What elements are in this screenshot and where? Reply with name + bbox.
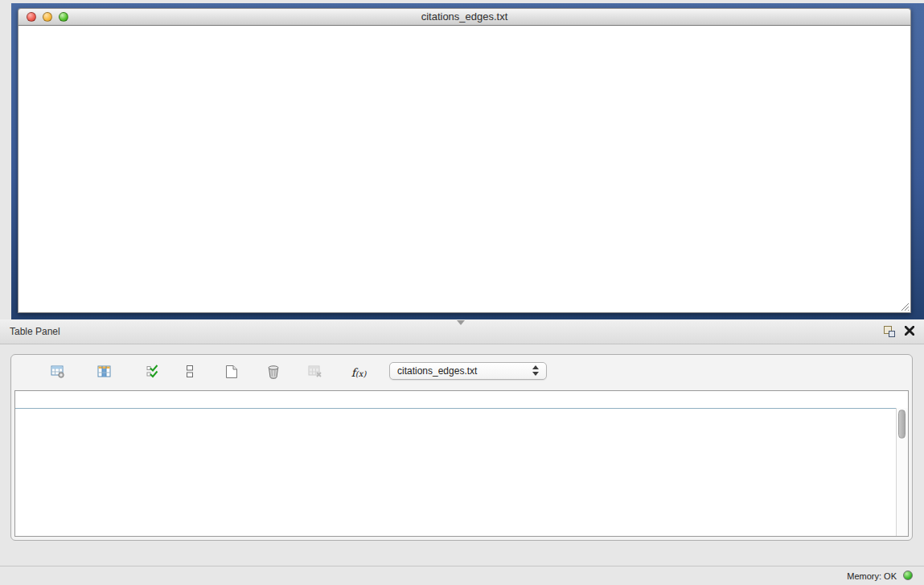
table-panel: Table Panel f(x) citations_edges.txt [0, 319, 924, 566]
table-options-icon [51, 365, 65, 378]
selection-checks-icon [146, 365, 160, 378]
stacked-rows-icon [186, 365, 195, 378]
network-window-titlebar[interactable]: citations_edges.txt [18, 8, 911, 26]
scrollbar-thumb[interactable] [898, 410, 906, 439]
cytoscape-screen: citations_edges.txt Table Panel f(x) cit… [0, 0, 924, 585]
trash-button[interactable] [264, 364, 283, 381]
zoom-window-button[interactable] [59, 12, 68, 22]
stacked-rows-button[interactable] [180, 364, 199, 381]
table-scrollbar[interactable] [896, 408, 908, 536]
minimize-window-button[interactable] [43, 12, 52, 22]
table-options-button[interactable] [48, 364, 68, 381]
network-canvas[interactable] [18, 26, 911, 313]
new-document-icon [225, 365, 238, 379]
fx-icon: f(x) [351, 366, 367, 379]
window-traffic-lights [27, 12, 68, 22]
trash-icon [267, 365, 280, 379]
selection-checks-button[interactable] [143, 364, 162, 381]
delete-table-disabled-button[interactable] [306, 364, 325, 381]
network-table-selector[interactable]: citations_edges.txt [389, 362, 547, 380]
new-document-button[interactable] [222, 364, 241, 381]
selected-network-table-label: citations_edges.txt [397, 365, 477, 377]
table-panel-body: f(x) citations_edges.txt [10, 354, 913, 541]
status-bar: Memory: OK [0, 566, 924, 585]
node-table [14, 390, 909, 537]
citation-network-graph[interactable] [18, 26, 911, 312]
network-view-area: citations_edges.txt [0, 0, 924, 319]
network-window-title: citations_edges.txt [18, 9, 910, 25]
table-header-row [15, 391, 908, 409]
panel-divider-grip[interactable] [457, 320, 465, 325]
select-columns-icon [97, 365, 112, 378]
function-fx-button[interactable]: f(x) [349, 364, 368, 381]
delete-table-icon [308, 365, 323, 378]
resize-grip-icon[interactable] [900, 302, 910, 311]
select-columns-button[interactable] [95, 364, 114, 381]
table-panel-title: Table Panel [10, 326, 60, 337]
memory-status-label: Memory: OK [847, 571, 897, 581]
close-window-button[interactable] [27, 12, 36, 22]
close-panel-icon[interactable] [905, 326, 914, 336]
combo-arrows-icon [532, 365, 539, 376]
memory-status-indicator [903, 571, 913, 580]
float-panel-icon[interactable] [884, 326, 895, 337]
network-window: citations_edges.txt [18, 8, 911, 313]
